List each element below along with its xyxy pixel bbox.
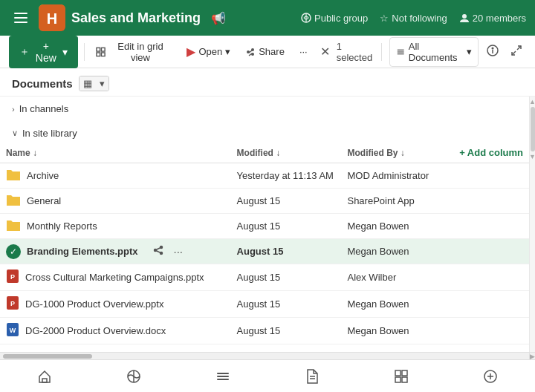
scroll-down-arrow[interactable]: ▼	[529, 153, 535, 160]
toolbar-right: ✕ 1 selected All Documents ▾	[317, 37, 526, 67]
scrollbar-thumb[interactable]	[531, 107, 535, 151]
svg-text:P: P	[10, 273, 15, 281]
members-label: 20 members	[473, 13, 526, 24]
nav-doc[interactable]	[294, 363, 330, 390]
file-modified-cell-3: August 15	[231, 214, 342, 239]
h-scroll-right-arrow[interactable]: ▶	[529, 353, 535, 359]
open-icon: ▶	[187, 45, 195, 59]
new-button[interactable]: ＋ + New ▾	[9, 36, 78, 68]
file-name-text-5[interactable]: Cross Cultural Marketing Campaigns.pptx	[25, 272, 204, 283]
file-name-cell-1[interactable]: Archive	[0, 163, 231, 189]
nav-home[interactable]	[27, 363, 62, 390]
file-type-icon-3	[6, 218, 21, 234]
horizontal-scrollbar[interactable]: ▶	[0, 352, 535, 359]
view-toggle[interactable]: ▦ ▾	[79, 76, 109, 91]
follow-item[interactable]: ☆ Not following	[380, 13, 447, 24]
file-modby-cell-2: SharePoint App	[341, 189, 453, 214]
col-name-header[interactable]: Name ↓	[0, 143, 231, 163]
svg-line-27	[156, 251, 160, 252]
nav-grid[interactable]	[383, 363, 419, 390]
file-type-icon-2	[6, 193, 21, 209]
expand-button[interactable]	[507, 41, 526, 63]
svg-rect-11	[102, 52, 106, 56]
scroll-up-arrow[interactable]: ▲	[529, 98, 535, 105]
svg-rect-1	[14, 17, 27, 19]
col-modby-header[interactable]: Modified By ↓	[341, 143, 453, 163]
file-addcol-cell-1	[453, 163, 529, 189]
svg-point-7	[462, 14, 467, 19]
col-modified-header[interactable]: Modified ↓	[231, 143, 342, 163]
settings-icon[interactable]: 📢	[211, 11, 226, 25]
channels-chevron-icon: ›	[12, 105, 15, 114]
new-label: + New	[33, 40, 59, 64]
view-dropdown[interactable]: All Documents ▾	[389, 37, 479, 67]
file-addcol-cell-5	[453, 264, 529, 291]
table-row: Monthly ReportsAugust 15Megan Bowen	[0, 214, 529, 239]
open-chevron-icon: ▾	[225, 46, 230, 57]
open-label: Open	[198, 46, 222, 57]
svg-rect-2	[14, 22, 27, 23]
svg-rect-38	[217, 376, 229, 377]
public-group-item[interactable]: Public group	[301, 13, 368, 24]
file-modby-cell-4: Megan Bowen	[341, 239, 453, 264]
file-name-div-6: PDG-1000 Product Overview.pptx	[6, 295, 225, 313]
more-button[interactable]: ···	[294, 42, 314, 61]
file-name-text-7[interactable]: DG-2000 Product Overview.docx	[25, 325, 166, 336]
file-name-cell-6[interactable]: PDG-1000 Product Overview.pptx	[0, 291, 231, 318]
library-tree-item[interactable]: ∨ In site library	[0, 124, 529, 143]
info-button[interactable]	[483, 41, 502, 63]
docs-title: Documents	[12, 77, 73, 90]
content-area: Documents ▦ ▾ › In channels ∨ In site li…	[0, 68, 535, 359]
file-modified-cell-2: August 15	[231, 189, 342, 214]
file-name-text-2[interactable]: General	[27, 195, 61, 206]
svg-rect-8	[97, 48, 100, 51]
file-modby-cell-6: Megan Bowen	[341, 291, 453, 318]
row-share-button[interactable]	[150, 244, 166, 259]
open-button[interactable]: ▶ Open ▾	[181, 41, 236, 62]
row-more-button[interactable]: ···	[171, 244, 187, 259]
selected-check-icon: ✓	[6, 244, 21, 259]
file-type-icon-5: P	[6, 269, 19, 286]
not-following-label: Not following	[392, 13, 447, 24]
hamburger-button[interactable]	[9, 6, 33, 30]
toolbar-separator-2	[381, 43, 382, 61]
file-name-cell-5[interactable]: PCross Cultural Marketing Campaigns.pptx	[0, 264, 231, 291]
channels-tree-item[interactable]: › In channels	[0, 99, 529, 118]
file-modified-cell-5: August 15	[231, 264, 342, 291]
file-modified-cell-7: August 15	[231, 318, 342, 344]
share-button[interactable]: Share	[239, 42, 291, 61]
file-name-cell-7[interactable]: WDG-2000 Product Overview.docx	[0, 318, 231, 344]
file-name-cell-4[interactable]: ✓Branding Elements.pptx···	[0, 239, 231, 264]
members-item[interactable]: 20 members	[459, 13, 526, 24]
add-column-header[interactable]: + Add column	[453, 143, 529, 163]
more-icon: ···	[299, 46, 308, 57]
deselect-button[interactable]: ✕	[317, 41, 334, 62]
svg-rect-42	[395, 370, 401, 376]
edit-grid-button[interactable]: Edit in grid view	[90, 37, 178, 67]
svg-point-24	[160, 252, 162, 255]
svg-rect-39	[217, 379, 229, 380]
svg-rect-37	[217, 373, 229, 374]
file-name-cell-3[interactable]: Monthly Reports	[0, 214, 231, 239]
file-name-text-4[interactable]: Branding Elements.pptx	[27, 246, 138, 257]
file-name-text-3[interactable]: Monthly Reports	[27, 220, 97, 232]
file-name-cell-2[interactable]: General	[0, 189, 231, 214]
table-row: GeneralAugust 15SharePoint App	[0, 189, 529, 214]
file-addcol-cell-4	[453, 239, 529, 264]
svg-rect-0	[14, 13, 27, 14]
file-name-text-6[interactable]: DG-1000 Product Overview.pptx	[25, 298, 163, 310]
library-section: ∨ In site library Name ↓ Modified ↓	[0, 121, 529, 347]
svg-point-12	[251, 48, 254, 51]
library-chevron-icon: ∨	[12, 128, 18, 138]
nav-add[interactable]	[473, 363, 508, 390]
nav-globe[interactable]	[116, 363, 152, 390]
svg-rect-10	[97, 52, 100, 56]
svg-rect-9	[102, 48, 106, 51]
svg-text:H: H	[47, 10, 57, 27]
nav-menu[interactable]	[205, 363, 241, 390]
file-table: Name ↓ Modified ↓ Modified By ↓ + Add co…	[0, 143, 529, 344]
table-row: PCross Cultural Marketing Campaigns.pptx…	[0, 264, 529, 291]
file-area: › In channels ∨ In site library Name ↓	[0, 97, 529, 352]
file-name-text-1[interactable]: Archive	[27, 170, 59, 181]
file-modified-cell-6: August 15	[231, 291, 342, 318]
